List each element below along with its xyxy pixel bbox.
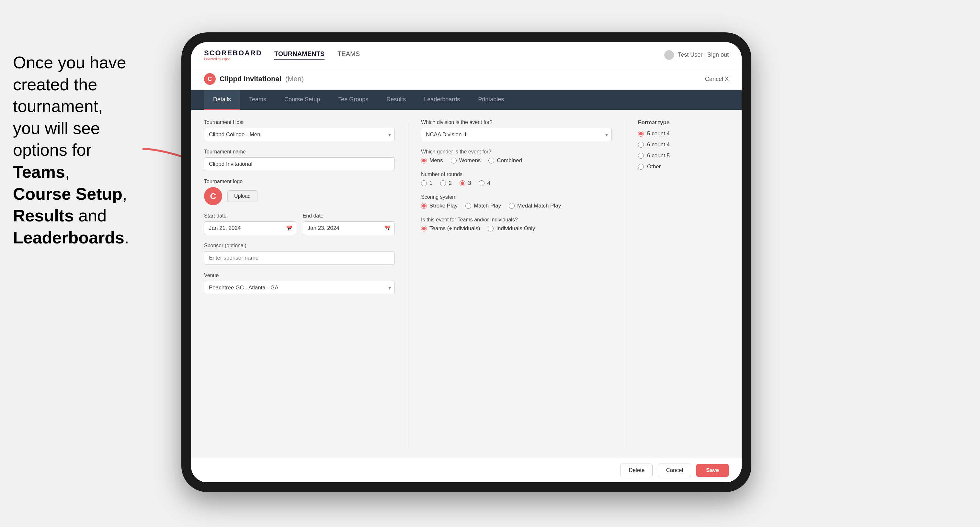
sponsor-label: Sponsor (optional) (204, 243, 395, 249)
left-text-line2: created the (13, 75, 97, 94)
rounds-1[interactable]: 1 (421, 180, 432, 186)
tournament-host-select-wrapper: Clippd College - Men (204, 128, 395, 141)
division-select[interactable]: NCAA Division III (421, 128, 612, 141)
rounds-3-radio[interactable] (460, 180, 465, 186)
nav-course-setup[interactable]: Course Setup (275, 90, 329, 110)
nav-leaderboards[interactable]: Leaderboards (415, 90, 469, 110)
tournament-name-label: Tournament name (204, 149, 395, 155)
start-date-group: Start date 📅 (204, 213, 296, 235)
form-col-1: Tournament Host Clippd College - Men Tou… (204, 119, 395, 448)
cancel-button[interactable]: Cancel (658, 464, 691, 477)
division-label: Which division is the event for? (421, 119, 612, 125)
format-6count4[interactable]: 6 count 4 (638, 141, 729, 148)
format-6count4-radio[interactable] (638, 142, 644, 148)
teams-plus-individuals[interactable]: Teams (+Individuals) (421, 225, 480, 232)
gender-womens[interactable]: Womens (451, 157, 481, 164)
nav-teams[interactable]: Teams (240, 90, 275, 110)
division-select-wrapper: NCAA Division III (421, 128, 612, 141)
left-text-line5: options for (13, 140, 92, 159)
left-text-bold-leaderboards: Leaderboards (13, 228, 124, 247)
format-6count5[interactable]: 6 count 5 (638, 152, 729, 159)
user-sign-out[interactable]: Test User | Sign out (678, 51, 729, 58)
delete-button[interactable]: Delete (620, 464, 652, 477)
cancel-x-button[interactable]: Cancel X (705, 76, 729, 83)
nav-printables[interactable]: Printables (469, 90, 513, 110)
gender-mens[interactable]: Mens (421, 157, 443, 164)
end-date-wrapper: 📅 (303, 221, 395, 235)
form-col-2: Which division is the event for? NCAA Di… (421, 119, 612, 448)
tournament-gender: (Men) (285, 75, 304, 83)
venue-group: Venue Peachtree GC - Atlanta - GA (204, 273, 395, 294)
save-button[interactable]: Save (696, 464, 729, 477)
logo-text: SCOREBOARD Powered by clippd (204, 49, 262, 61)
scoring-match[interactable]: Match Play (465, 203, 501, 209)
tournament-header: C Clippd Invitational (Men) Cancel X (191, 68, 741, 90)
rounds-1-radio[interactable] (421, 180, 427, 186)
individuals-only[interactable]: Individuals Only (488, 225, 535, 232)
format-other-radio[interactable] (638, 164, 644, 170)
scoring-medal-match-radio[interactable] (509, 203, 515, 209)
user-area: Test User | Sign out (664, 50, 729, 60)
tournament-name-input[interactable] (204, 157, 395, 171)
nav-tab-tournaments[interactable]: TOURNAMENTS (274, 50, 325, 60)
logo-upload-area: C Upload (204, 187, 395, 205)
start-date-label: Start date (204, 213, 296, 219)
end-date-group: End date 📅 (303, 213, 395, 235)
teams-label: Is this event for Teams and/or Individua… (421, 217, 612, 223)
venue-label: Venue (204, 273, 395, 278)
scoring-medal-match[interactable]: Medal Match Play (509, 203, 561, 209)
venue-select[interactable]: Peachtree GC - Atlanta - GA (204, 281, 395, 294)
venue-select-wrapper: Peachtree GC - Atlanta - GA (204, 281, 395, 294)
scoring-stroke-radio[interactable] (421, 203, 427, 209)
rounds-4-label: 4 (487, 180, 490, 186)
start-date-input[interactable] (204, 221, 296, 235)
gender-mens-radio[interactable] (421, 158, 427, 163)
scoring-radio-group: Stroke Play Match Play Medal Match Play (421, 203, 612, 209)
nav-tab-teams[interactable]: TEAMS (337, 50, 360, 60)
sponsor-group: Sponsor (optional) (204, 243, 395, 265)
teams-plus-label: Teams (+Individuals) (430, 225, 480, 232)
nav-tee-groups[interactable]: Tee Groups (329, 90, 377, 110)
gender-womens-radio[interactable] (451, 158, 457, 163)
rounds-radio-group: 1 2 3 4 (421, 180, 612, 186)
form-col-3: Format type 5 count 4 6 count 4 6 count … (638, 119, 729, 448)
format-5count4[interactable]: 5 count 4 (638, 130, 729, 137)
top-nav-bar: SCOREBOARD Powered by clippd TOURNAMENTS… (191, 42, 741, 68)
individuals-only-radio[interactable] (488, 225, 493, 232)
rounds-3[interactable]: 3 (460, 180, 471, 186)
rounds-4-radio[interactable] (479, 180, 485, 186)
gender-combined-radio[interactable] (488, 158, 494, 163)
left-text-bold-results: Results (13, 206, 74, 225)
format-6count5-radio[interactable] (638, 153, 644, 159)
sponsor-input[interactable] (204, 251, 395, 265)
logo-scoreboard: SCOREBOARD (204, 49, 262, 57)
scoring-label: Scoring system (421, 194, 612, 200)
nav-details[interactable]: Details (204, 90, 240, 110)
teams-radio-group: Teams (+Individuals) Individuals Only (421, 225, 612, 232)
nav-results[interactable]: Results (377, 90, 415, 110)
rounds-2-radio[interactable] (440, 180, 446, 186)
user-avatar-icon (664, 50, 674, 60)
format-5count4-label: 5 count 4 (647, 130, 670, 137)
rounds-4[interactable]: 4 (479, 180, 490, 186)
upload-button[interactable]: Upload (228, 190, 258, 202)
tournament-logo-label: Tournament logo (204, 179, 395, 184)
tournament-host-group: Tournament Host Clippd College - Men (204, 119, 395, 141)
scoring-match-radio[interactable] (465, 203, 471, 209)
teams-plus-radio[interactable] (421, 225, 427, 232)
logo-area: SCOREBOARD Powered by clippd TOURNAMENTS… (204, 49, 360, 61)
format-other[interactable]: Other (638, 163, 729, 170)
rounds-3-label: 3 (468, 180, 471, 186)
end-date-input[interactable] (303, 221, 395, 235)
gender-mens-label: Mens (430, 157, 443, 164)
gender-combined[interactable]: Combined (488, 157, 522, 164)
start-date-wrapper: 📅 (204, 221, 296, 235)
rounds-group: Number of rounds 1 2 (421, 171, 612, 186)
teams-group: Is this event for Teams and/or Individua… (421, 217, 612, 232)
rounds-2[interactable]: 2 (440, 180, 452, 186)
tournament-host-select[interactable]: Clippd College - Men (204, 128, 395, 141)
format-5count4-radio[interactable] (638, 131, 644, 137)
scoring-stroke[interactable]: Stroke Play (421, 203, 458, 209)
tournament-name: Clippd Invitational (220, 75, 282, 83)
left-text-bold-course: Course Setup (13, 184, 123, 203)
